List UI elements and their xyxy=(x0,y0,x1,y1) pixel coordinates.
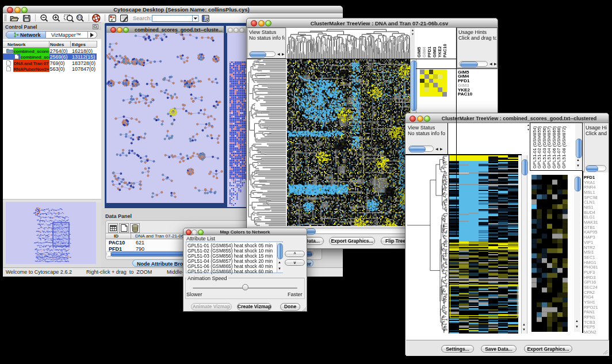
svg-text:GIM3: GIM3 xyxy=(432,47,437,58)
svg-text:GIM4: GIM4 xyxy=(422,47,427,58)
svg-text:Search:: Search: xyxy=(133,15,152,21)
svg-text:PFD1: PFD1 xyxy=(427,47,432,58)
svg-text:YKE2: YKE2 xyxy=(437,46,442,58)
svg-text:GIM5: GIM5 xyxy=(416,47,422,58)
svg-text:1:1: 1:1 xyxy=(78,16,82,19)
svg-text:PAC10: PAC10 xyxy=(442,44,447,58)
svg-text:GPL51-08 (GSM872): GPL51-08 (GSM872) xyxy=(561,126,567,168)
